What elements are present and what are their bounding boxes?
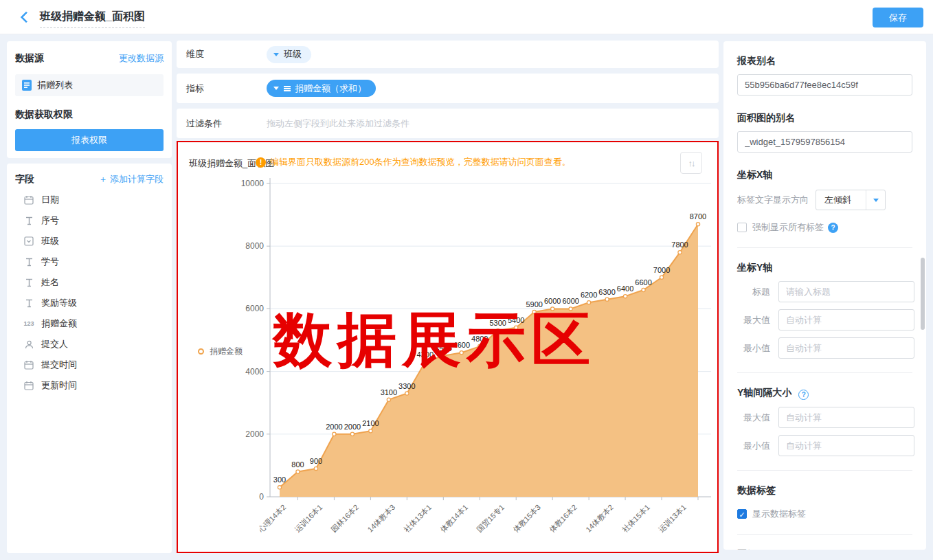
chart-warning: ! 编辑界面只取数据源前200条作为查询数据预览，完整数据请访问页面查看。 (256, 156, 571, 168)
text-icon (22, 277, 36, 288)
svg-text:300: 300 (273, 475, 286, 484)
back-icon[interactable] (19, 12, 30, 23)
legend-item[interactable]: 捐赠金额 (198, 346, 243, 357)
dimension-label: 维度 (186, 48, 204, 60)
y-interval-title: Y轴间隔大小 ? (737, 387, 912, 400)
datasource-item[interactable]: 捐赠列表 (15, 74, 164, 96)
force-all-labels-label: 强制显示所有标签 (752, 221, 824, 234)
svg-text:社体13本1: 社体13本1 (402, 503, 433, 534)
y-interval-label: 最小值 (737, 440, 770, 452)
report-alias-title: 报表别名 (737, 55, 912, 67)
svg-text:8700: 8700 (690, 212, 706, 221)
svg-text:8000: 8000 (245, 241, 264, 251)
chevron-down-icon (273, 87, 279, 90)
area-chart: 0200040006000800010000300800900200020002… (178, 142, 717, 552)
y-axis-input[interactable] (778, 281, 914, 302)
svg-text:3300: 3300 (398, 382, 415, 390)
svg-text:心理14本2: 心理14本2 (256, 503, 288, 535)
field-item[interactable]: 提交时间 (15, 355, 164, 375)
document-icon (22, 80, 32, 91)
y-axis-rows: 标题最大值最小值 (737, 281, 912, 359)
metric-pill[interactable]: 捐赠金额（求和） (267, 80, 376, 97)
metric-label: 指标 (186, 82, 204, 95)
datasource-panel: 数据源 更改数据源 捐赠列表 数据获取权限 报表权限 (7, 41, 172, 158)
field-item[interactable]: 123捐赠金额 (15, 313, 164, 334)
field-item[interactable]: 姓名 (15, 272, 164, 293)
svg-text:4600: 4600 (453, 341, 470, 349)
dimension-pill[interactable]: 班级 (267, 46, 311, 63)
field-item[interactable]: 学号 (15, 251, 164, 272)
y-axis-title: 坐标Y轴 (737, 262, 912, 274)
svg-text:6600: 6600 (635, 278, 651, 287)
plus-icon: ＋ (98, 174, 110, 184)
field-item[interactable]: 班级 (15, 231, 164, 251)
svg-text:体教15本3: 体教15本3 (511, 503, 543, 535)
field-item[interactable]: 提交人 (15, 334, 164, 355)
field-item[interactable]: 奖励等级 (15, 293, 164, 313)
help-icon[interactable]: ? (798, 390, 809, 400)
settings-panel: 报表别名 面积图的别名 坐标X轴 标签文字显示方向 左倾斜 强制显示所有标签 ?… (723, 41, 926, 550)
svg-text:园林16本2: 园林16本2 (330, 503, 361, 534)
svg-text:2000: 2000 (245, 429, 264, 439)
chevron-down-icon (866, 190, 885, 210)
svg-text:运训16本1: 运训16本1 (293, 503, 324, 534)
svg-text:社体15本1: 社体15本1 (620, 503, 651, 534)
legend-marker-icon (198, 348, 204, 355)
select-icon (22, 236, 36, 247)
report-alias-input[interactable] (737, 74, 912, 96)
save-button[interactable]: 保存 (873, 8, 923, 27)
fields-title: 字段 (15, 173, 34, 186)
text-icon (22, 215, 36, 226)
y-axis-input[interactable] (778, 309, 914, 331)
svg-text:6300: 6300 (598, 288, 615, 296)
svg-text:3100: 3100 (381, 388, 397, 396)
svg-text:2100: 2100 (362, 419, 379, 427)
y-interval-rows: 最大值最小值 (737, 407, 912, 456)
datasource-name: 捐赠列表 (37, 79, 73, 91)
field-item[interactable]: 更新时间 (15, 375, 164, 396)
y-interval-input[interactable] (778, 407, 914, 428)
svg-text:5900: 5900 (526, 300, 542, 309)
page: 班级捐赠金额_面积图 保存 数据源 更改数据源 捐赠列表 数据获取权限 报表权限… (0, 0, 933, 560)
svg-text:5300: 5300 (489, 319, 506, 327)
field-item[interactable]: 日期 (15, 190, 164, 210)
fields-panel: 字段 ＋ 添加计算字段 日期序号班级学号姓名奖励等级123捐赠金额提交人提交时间… (7, 164, 172, 553)
filter-row[interactable]: 过滤条件 拖动左侧字段到此处来添加过滤条件 (177, 109, 719, 138)
report-permission-button[interactable]: 报表权限 (15, 129, 164, 151)
svg-text:运训13本1: 运训13本1 (657, 503, 688, 534)
help-icon[interactable]: ? (828, 223, 838, 233)
calendar-icon (22, 380, 36, 391)
svg-text:7000: 7000 (653, 266, 670, 274)
force-all-labels-checkbox[interactable] (737, 223, 747, 232)
calendar-icon (22, 194, 36, 205)
dimension-row: 维度 班级 (177, 41, 719, 68)
y-axis-label: 最小值 (737, 342, 770, 355)
scrollbar-thumb[interactable] (921, 258, 925, 330)
y-interval-input[interactable] (778, 435, 914, 456)
show-data-label-checkbox[interactable]: ✓ (737, 509, 747, 519)
fields-list: 日期序号班级学号姓名奖励等级123捐赠金额提交人提交时间更新时间 (15, 190, 164, 396)
svg-text:体教16本2: 体教16本2 (548, 503, 579, 535)
text-icon (22, 256, 36, 267)
sort-button[interactable]: ↑↓ (680, 152, 702, 174)
widget-alias-input[interactable] (737, 131, 912, 153)
svg-text:14体教本3: 14体教本3 (366, 503, 396, 534)
add-calc-field-link[interactable]: ＋ 添加计算字段 (98, 173, 164, 186)
legend-section-title: 图例 (737, 548, 912, 550)
svg-text:900: 900 (310, 457, 322, 465)
field-item[interactable]: 序号 (15, 210, 164, 231)
label-direction-select[interactable]: 左倾斜 (816, 190, 886, 210)
permission-title: 数据获取权限 (15, 109, 164, 121)
metric-row: 指标 捐赠金额（求和） (177, 74, 719, 103)
y-axis-input[interactable] (778, 337, 914, 359)
svg-text:6000: 6000 (562, 297, 578, 305)
svg-text:4500: 4500 (435, 344, 451, 352)
datasource-title: 数据源 (15, 52, 44, 65)
y-interval-label: 最大值 (737, 412, 770, 424)
filter-label: 过滤条件 (186, 117, 222, 130)
data-label-title: 数据标签 (737, 484, 912, 497)
svg-text:6000: 6000 (544, 297, 561, 305)
svg-text:6400: 6400 (617, 284, 633, 293)
svg-text:6200: 6200 (581, 291, 597, 299)
change-datasource-link[interactable]: 更改数据源 (119, 52, 164, 65)
